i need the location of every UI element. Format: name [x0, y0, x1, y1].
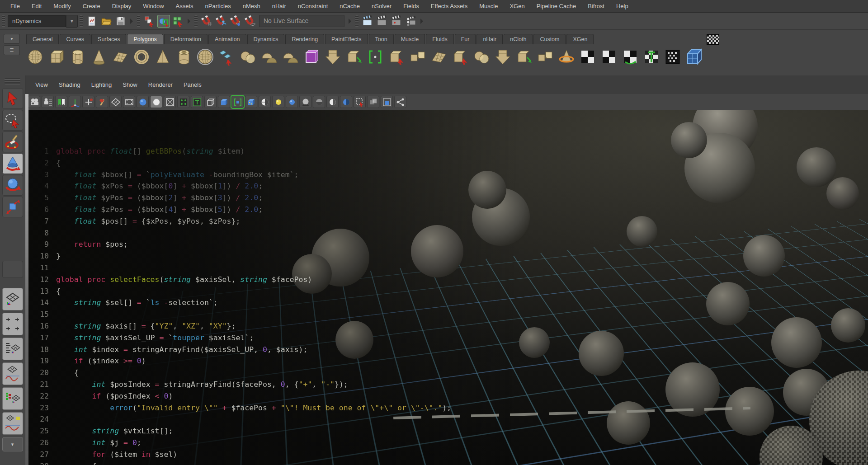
shelf-icon-checker-a[interactable]: [579, 48, 597, 66]
layout-single-persp[interactable]: [2, 288, 23, 310]
paint-select-tool[interactable]: [2, 132, 23, 152]
textured-cube-icon[interactable]: [245, 96, 257, 108]
shelf-icon-wedge[interactable]: [472, 48, 491, 66]
open-scene-icon[interactable]: [100, 15, 113, 28]
share-icon[interactable]: [394, 96, 406, 108]
toolbox-grip[interactable]: [5, 78, 20, 85]
menu-nconstraint[interactable]: nConstraint: [292, 3, 334, 9]
menu-edit[interactable]: Edit: [26, 3, 47, 9]
menu-muscle[interactable]: Muscle: [473, 3, 504, 9]
shelf-icon-extract[interactable]: [324, 48, 342, 66]
bracket-cube-icon[interactable]: [231, 96, 244, 108]
shelf-tab-fur[interactable]: Fur: [455, 34, 476, 44]
shelf-icon-separate[interactable]: [281, 48, 299, 66]
move-tool[interactable]: [2, 153, 23, 174]
shelf-icon-quad-draw[interactable]: [217, 48, 236, 66]
select-component-icon[interactable]: [172, 15, 184, 28]
shelf-tab-deformation[interactable]: Deformation: [164, 34, 208, 44]
menu-display[interactable]: Display: [106, 3, 137, 9]
menu-nparticles[interactable]: nParticles: [199, 3, 237, 9]
shelf-tab-nhair[interactable]: nHair: [476, 34, 503, 44]
menu-set-value[interactable]: nDynamics: [8, 15, 66, 27]
menu-ncache[interactable]: nCache: [334, 3, 366, 9]
select-object-icon[interactable]: [157, 15, 170, 28]
shelf-tab-polygons[interactable]: Polygons: [127, 34, 163, 44]
chevron-down-icon[interactable]: ▼: [66, 15, 78, 28]
shelf-icon-poly-pyramid[interactable]: [154, 48, 172, 66]
shaded-cube-icon[interactable]: [218, 96, 230, 108]
shelf-tab-custom[interactable]: Custom: [533, 34, 566, 44]
render-view-icon[interactable]: [361, 15, 374, 28]
toolbar-grip[interactable]: [2, 15, 5, 27]
collapse-arrow-icon[interactable]: [420, 19, 423, 24]
menu-modify[interactable]: Modify: [47, 3, 76, 9]
menu-set-selector[interactable]: nDynamics ▼: [8, 15, 78, 28]
collapse-arrow-icon[interactable]: [130, 19, 133, 24]
camera-icon[interactable]: [28, 96, 40, 108]
shelf-icon-poly-sphere[interactable]: [26, 48, 44, 66]
shelf-tab-muscle[interactable]: Muscle: [395, 34, 425, 44]
toolbar-grip[interactable]: [194, 15, 198, 27]
shelf-icon-bevel[interactable]: [536, 48, 554, 66]
rotate-tool[interactable]: [2, 175, 23, 196]
shelf-tab-toon[interactable]: Toon: [369, 34, 394, 44]
collapse-arrow-icon[interactable]: [188, 19, 190, 24]
xbox-icon[interactable]: [164, 96, 176, 108]
plate-cube-icon[interactable]: [381, 96, 393, 108]
panel-menu-panels[interactable]: Panels: [178, 81, 207, 88]
shelf-tab-general[interactable]: General: [26, 34, 59, 44]
half-blue-icon[interactable]: [340, 96, 352, 108]
select-hierarchy-icon[interactable]: [143, 15, 156, 28]
shelf-tab-dynamics[interactable]: Dynamics: [247, 34, 285, 44]
menu-create[interactable]: Create: [77, 3, 106, 9]
menu-window[interactable]: Window: [137, 3, 170, 9]
shelf-tab-animation[interactable]: Animation: [208, 34, 246, 44]
shelf-tab-fluids[interactable]: Fluids: [426, 34, 453, 44]
shelf-icon-duplicate-face[interactable]: [494, 48, 512, 66]
shelf-icon-poly-sphere-project[interactable]: [196, 48, 214, 66]
ao-ball-icon[interactable]: [313, 96, 325, 108]
ipr-render-icon[interactable]: [390, 15, 403, 28]
shelf-icon-extrude[interactable]: [515, 48, 533, 66]
menu-help[interactable]: Help: [610, 3, 634, 9]
scale-tool[interactable]: [2, 197, 23, 217]
sculpt-axe-icon[interactable]: [96, 96, 108, 108]
shadow-ball-icon[interactable]: [299, 96, 311, 108]
shelf-tab-painteffects[interactable]: PaintEffects: [325, 34, 368, 44]
snap-grid-icon[interactable]: [200, 15, 213, 28]
layout-persp-outliner[interactable]: [2, 338, 23, 360]
yellow-light-icon[interactable]: [272, 96, 284, 108]
select-tool[interactable]: [2, 88, 23, 109]
wire-cube-icon[interactable]: [204, 96, 217, 108]
shaded-ball-icon[interactable]: [137, 96, 149, 108]
menu-xgen[interactable]: XGen: [504, 3, 530, 9]
menu-nsolver[interactable]: nSolver: [366, 3, 397, 9]
lasso-tool[interactable]: [2, 110, 23, 131]
live-surface-field[interactable]: No Live Surface: [259, 15, 344, 27]
shelf-icon-checker-b[interactable]: [600, 48, 618, 66]
layout-hypershade[interactable]: [2, 387, 23, 410]
blue-light-icon[interactable]: [286, 96, 298, 108]
toolbar-grip[interactable]: [137, 15, 140, 27]
render-settings-icon[interactable]: [405, 15, 417, 28]
shelf-icon-uv-snapshot[interactable]: [664, 48, 682, 66]
toolbar-grip[interactable]: [80, 15, 83, 27]
half-ball-icon[interactable]: [326, 96, 339, 108]
shelf-icon-poly-pipe[interactable]: [175, 48, 193, 66]
shelf-icon-bridge[interactable]: [409, 48, 427, 66]
text-hud-icon[interactable]: [191, 96, 203, 108]
panel-menu-show[interactable]: Show: [117, 81, 143, 88]
shelf-icon-mirror-cut[interactable]: [302, 48, 321, 66]
shelf-icon-multi-cut[interactable]: [366, 48, 384, 66]
shelf-icon-poly-cone[interactable]: [90, 48, 108, 66]
panel-menu-lighting[interactable]: Lighting: [86, 81, 118, 88]
greendots-icon[interactable]: [177, 96, 189, 108]
shelf-icon-poke[interactable]: [451, 48, 469, 66]
bookmark-icon[interactable]: [55, 96, 67, 108]
shelf-tab-rendering[interactable]: Rendering: [285, 34, 324, 44]
shelf-icon-append-polygon[interactable]: [430, 48, 448, 66]
camera-attrs-icon[interactable]: [42, 96, 54, 108]
film-gate-icon[interactable]: [123, 96, 135, 108]
snap-curve-icon[interactable]: [215, 15, 227, 28]
isolate-select-icon[interactable]: [354, 96, 366, 108]
